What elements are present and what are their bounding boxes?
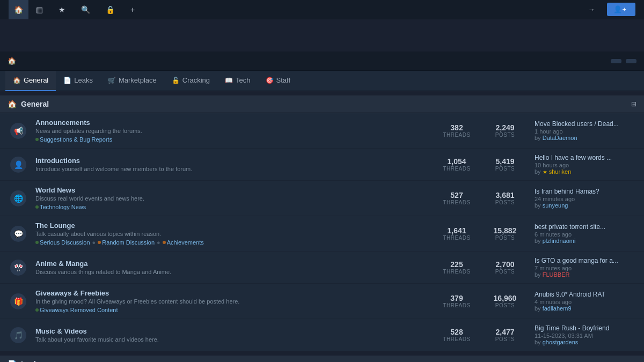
nav-search[interactable]: 🔍 bbox=[76, 0, 98, 19]
extras-icon: + bbox=[130, 5, 135, 14]
last-post-user-announcements[interactable]: DataDaemon bbox=[543, 135, 577, 141]
last-post-user-giveaways[interactable]: fadllahem9 bbox=[543, 305, 572, 312]
banner-area bbox=[0, 19, 644, 51]
forum-row: 📢 Announcements News and updates regardi… bbox=[0, 113, 644, 149]
nav-upgrades[interactable]: ★ bbox=[53, 0, 74, 19]
nav-hidden-service[interactable]: 🔒 bbox=[100, 0, 123, 19]
last-post-user-the-lounge[interactable]: plzfindnaomi bbox=[543, 238, 576, 244]
sub-forum-link[interactable]: Technology News bbox=[40, 204, 86, 210]
last-post-time-announcements: 1 hour ago bbox=[535, 128, 636, 135]
sub-dot bbox=[163, 241, 166, 244]
last-post-user-world-news[interactable]: sunyeung bbox=[543, 202, 568, 209]
forum-title-introductions[interactable]: Introductions bbox=[35, 157, 426, 165]
forum-info-world-news: World News Discuss real world events and… bbox=[29, 186, 433, 210]
forum-row: 🎁 Giveaways & Freebies In the giving moo… bbox=[0, 284, 644, 319]
forum-info-introductions: Introductions Introduce yourself and wel… bbox=[29, 157, 433, 172]
sub-forum-link[interactable]: Suggestions & Bug Reports bbox=[40, 136, 112, 143]
nav-databases[interactable]: ▦ bbox=[31, 0, 51, 19]
last-post-title-announcements[interactable]: Move Blocked users / Dead... bbox=[535, 120, 636, 128]
forum-icon-col: 🎌 bbox=[8, 260, 29, 276]
forum-info-anime-manga: Anime & Manga Discuss various things rel… bbox=[29, 260, 433, 275]
tab-icon-2: 🛒 bbox=[108, 77, 116, 84]
last-post-by-anime-manga: by FLUBBER bbox=[535, 271, 636, 278]
last-post-title-world-news[interactable]: Is Iran behind Hamas? bbox=[535, 188, 636, 195]
databases-icon: ▦ bbox=[36, 5, 43, 14]
sub-dot bbox=[35, 308, 39, 312]
forum-info-announcements: Announcements News and updates regarding… bbox=[29, 119, 433, 143]
tab-icon-3: 🔓 bbox=[172, 77, 180, 84]
forum-title-world-news[interactable]: World News bbox=[35, 186, 426, 194]
last-post-title-anime-manga[interactable]: Is GTO a good manga for a... bbox=[535, 257, 636, 264]
last-post-title-introductions[interactable]: Hello I have a few words ... bbox=[535, 154, 636, 161]
forum-title-announcements[interactable]: Announcements bbox=[35, 119, 426, 127]
forum-desc-music-videos: Talk about your favorite music and video… bbox=[35, 336, 426, 343]
tab-tech[interactable]: 📖Tech bbox=[217, 71, 258, 91]
forum-icon-giveaways: 🎁 bbox=[10, 293, 26, 309]
forum-icon-col: 🎁 bbox=[8, 293, 29, 309]
last-post-title-giveaways[interactable]: Anubis 9.0* Android RAT bbox=[535, 291, 636, 298]
sub-forum-link[interactable]: Random Discussion bbox=[102, 239, 155, 246]
last-post-by-giveaways: by fadllahem9 bbox=[535, 305, 636, 312]
tab-icon-1: 📄 bbox=[63, 77, 71, 84]
forum-threads-anime-manga: 225 THREADS bbox=[433, 260, 481, 275]
forum-posts-world-news: 3,681 POSTS bbox=[481, 191, 529, 205]
forum-title-anime-manga[interactable]: Anime & Manga bbox=[35, 260, 426, 268]
forum-icon-col: 🌐 bbox=[8, 190, 29, 206]
tab-marketplace[interactable]: 🛒Marketplace bbox=[100, 71, 164, 91]
sub-forum-link[interactable]: Giveaways Removed Content bbox=[40, 307, 118, 313]
last-post-time-world-news: 24 minutes ago bbox=[535, 196, 636, 202]
tab-staff[interactable]: 🎯Staff bbox=[258, 71, 298, 91]
last-post-title-the-lounge[interactable]: best private torrent site... bbox=[535, 223, 636, 231]
sub-dot bbox=[35, 138, 39, 141]
forum-title-the-lounge[interactable]: The Lounge bbox=[35, 221, 426, 230]
forum-row: 🌐 World News Discuss real world events a… bbox=[0, 181, 644, 216]
breadcrumb-bar: 🏠 bbox=[0, 51, 644, 71]
last-post-time-music-videos: 11-15-2023, 03:31 AM bbox=[535, 333, 636, 339]
home-icon: 🏠 bbox=[14, 5, 23, 14]
last-post-giveaways: Anubis 9.0* Android RAT 4 minutes ago by… bbox=[529, 291, 636, 312]
tab-leaks[interactable]: 📄Leaks bbox=[56, 71, 100, 91]
forum-threads-world-news: 527 THREADS bbox=[433, 191, 481, 205]
forum-title-music-videos[interactable]: Music & Videos bbox=[35, 327, 426, 335]
last-post-by-announcements: by DataDaemon bbox=[535, 135, 636, 141]
forum-posts-music-videos: 2,477 POSTS bbox=[481, 328, 529, 342]
collapse-icon-general[interactable]: ⊟ bbox=[631, 100, 636, 108]
last-post-by-world-news: by sunyeung bbox=[535, 202, 636, 209]
last-post-world-news: Is Iran behind Hamas? 24 minutes ago by … bbox=[529, 188, 636, 209]
nav-extras[interactable]: + bbox=[125, 0, 143, 19]
forum-title-giveaways[interactable]: Giveaways & Freebies bbox=[35, 289, 426, 297]
last-post-by-music-videos: by ghostgardens bbox=[535, 339, 636, 345]
tab-icon-5: 🎯 bbox=[266, 77, 274, 84]
nav-right: → 👤+ bbox=[582, 3, 635, 16]
forum-info-giveaways: Giveaways & Freebies In the giving mood?… bbox=[29, 289, 433, 313]
last-post-user-anime-manga[interactable]: FLUBBER bbox=[543, 271, 570, 278]
forum-threads-the-lounge: 1,641 THREADS bbox=[433, 226, 481, 241]
tab-general[interactable]: 🏠General bbox=[5, 71, 56, 91]
forum-row: 💬 The Lounge Talk casually about various… bbox=[0, 216, 644, 252]
breadcrumb: 🏠 bbox=[8, 57, 19, 65]
forum-threads-introductions: 1,054 THREADS bbox=[433, 157, 481, 172]
login-button[interactable]: → bbox=[582, 3, 603, 16]
last-post-anime-manga: Is GTO a good manga for a... 7 minutes a… bbox=[529, 257, 636, 278]
home-button[interactable]: 🏠 bbox=[9, 0, 28, 19]
sub-forum-link[interactable]: Achievements bbox=[167, 239, 204, 246]
todays-posts-button[interactable] bbox=[626, 59, 636, 63]
forum-posts-giveaways: 16,960 POSTS bbox=[481, 294, 529, 308]
forum-desc-announcements: News and updates regarding the forums. bbox=[35, 128, 426, 134]
register-button[interactable]: 👤+ bbox=[607, 3, 635, 16]
star-icon: ★ bbox=[543, 169, 547, 175]
last-post-user-music-videos[interactable]: ghostgardens bbox=[543, 339, 579, 345]
tab-cracking[interactable]: 🔓Cracking bbox=[164, 71, 217, 91]
sub-dot bbox=[35, 205, 39, 209]
mark-all-read-button[interactable] bbox=[611, 59, 621, 63]
section-icon-leaks: 📄 bbox=[8, 360, 17, 362]
forum-threads-giveaways: 379 THREADS bbox=[433, 294, 481, 308]
last-post-time-introductions: 10 hours ago bbox=[535, 162, 636, 168]
last-post-time-giveaways: 4 minutes ago bbox=[535, 299, 636, 305]
last-post-user-introductions[interactable]: shuriken bbox=[549, 168, 572, 175]
hidden-service-icon: 🔒 bbox=[106, 5, 115, 14]
last-post-title-music-videos[interactable]: Big Time Rush - Boyfriend bbox=[535, 324, 636, 332]
last-post-announcements: Move Blocked users / Dead... 1 hour ago … bbox=[529, 120, 636, 141]
sub-forum-link[interactable]: Serious Discussion bbox=[40, 239, 90, 246]
forum-icon-introductions: 👤 bbox=[10, 157, 26, 173]
